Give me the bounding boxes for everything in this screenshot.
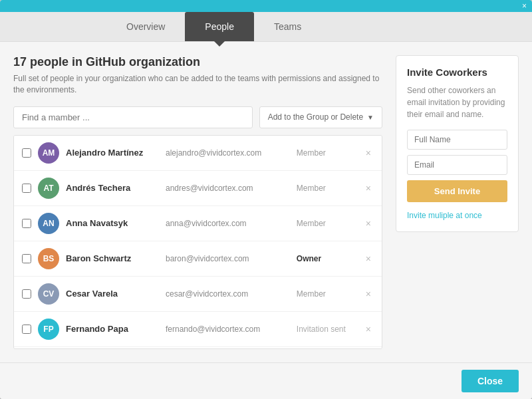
person-role: Member	[297, 289, 356, 299]
person-role: Member	[297, 148, 356, 158]
modal-body: 17 people in GitHub organization Full se…	[0, 42, 532, 362]
remove-person-icon[interactable]: ×	[363, 289, 374, 299]
avatar: AT	[38, 178, 59, 199]
person-email: andres@vividcortex.com	[166, 184, 290, 193]
page-title: 17 people in GitHub organization	[13, 55, 382, 69]
table-row: AT Andrés Techera andres@vividcortex.com…	[14, 171, 382, 206]
invite-title: Invite Coworkers	[407, 66, 507, 78]
page-description: Full set of people in your organization …	[13, 73, 382, 96]
person-role: Invitation sent	[297, 325, 356, 334]
send-invite-button[interactable]: Send Invite	[407, 180, 507, 202]
table-row: BS Baron Schwartz baron@vividcortex.com …	[14, 241, 382, 277]
remove-person-icon[interactable]: ×	[363, 324, 374, 334]
remove-person-icon[interactable]: ×	[363, 253, 374, 264]
modal: × Overview People Teams 17 people in Git…	[0, 0, 532, 399]
sidebar: Invite Coworkers Send other coworkers an…	[396, 55, 519, 349]
invite-multiple-link[interactable]: Invite muliple at once	[407, 211, 482, 220]
avatar: FP	[38, 319, 59, 340]
top-bar: ×	[0, 0, 532, 12]
tab-people[interactable]: People	[185, 12, 254, 41]
toolbar: Add to the Group or Delete ▼	[13, 106, 382, 128]
search-input[interactable]	[13, 106, 253, 128]
person-role: Member	[297, 219, 356, 228]
person-name: Andrés Techera	[66, 183, 159, 193]
person-email: alejandro@vividcortex.com	[166, 148, 290, 158]
person-name: Alejandro Martínez	[66, 148, 159, 158]
full-name-input[interactable]	[407, 130, 507, 150]
invite-description: Send other coworkers an email invitation…	[407, 84, 507, 120]
email-input[interactable]	[407, 155, 507, 175]
chevron-down-icon: ▼	[367, 114, 374, 121]
remove-person-icon[interactable]: ×	[363, 218, 374, 229]
person-checkbox[interactable]	[22, 325, 31, 334]
table-row: CV Cesar Varela cesar@vividcortex.com Me…	[14, 277, 382, 312]
tab-overview[interactable]: Overview	[106, 12, 185, 41]
person-name: Baron Schwartz	[66, 253, 159, 263]
person-checkbox[interactable]	[22, 219, 31, 228]
person-name: Fernando Papa	[66, 324, 159, 334]
person-email: cesar@vividcortex.com	[166, 289, 290, 299]
avatar: AM	[38, 142, 59, 164]
close-x-icon[interactable]: ×	[522, 2, 527, 10]
person-checkbox[interactable]	[22, 148, 31, 158]
tab-bar: Overview People Teams	[0, 12, 532, 42]
avatar: BS	[38, 248, 59, 269]
person-role: Member	[297, 184, 356, 193]
person-checkbox[interactable]	[22, 184, 31, 193]
person-email: baron@vividcortex.com	[166, 254, 290, 263]
remove-person-icon[interactable]: ×	[363, 148, 374, 158]
person-checkbox[interactable]	[22, 289, 31, 299]
close-button[interactable]: Close	[462, 370, 519, 392]
table-row: FP Fernando Papa fernando@vividcortex.co…	[14, 312, 382, 347]
avatar: CV	[38, 283, 59, 305]
tab-teams[interactable]: Teams	[254, 12, 321, 41]
person-name: Cesar Varela	[66, 289, 159, 299]
person-role: Owner	[297, 254, 356, 263]
table-row: AM Alejandro Martínez alejandro@vividcor…	[14, 136, 382, 171]
person-name: Anna Navatsyk	[66, 218, 159, 228]
table-row: GV Gor Vardanyan gor@vividcortex.com Mem…	[14, 347, 382, 349]
group-delete-button[interactable]: Add to the Group or Delete ▼	[259, 106, 382, 128]
people-list: AM Alejandro Martínez alejandro@vividcor…	[13, 135, 382, 349]
person-checkbox[interactable]	[22, 254, 31, 263]
main-content: 17 people in GitHub organization Full se…	[13, 55, 382, 349]
person-email: anna@vividcortex.com	[166, 219, 290, 228]
modal-footer: Close	[0, 362, 532, 399]
remove-person-icon[interactable]: ×	[363, 183, 374, 194]
table-row: AN Anna Navatsyk anna@vividcortex.com Me…	[14, 206, 382, 241]
avatar: AN	[38, 213, 59, 234]
invite-box: Invite Coworkers Send other coworkers an…	[396, 55, 519, 232]
person-email: fernando@vividcortex.com	[166, 325, 290, 334]
